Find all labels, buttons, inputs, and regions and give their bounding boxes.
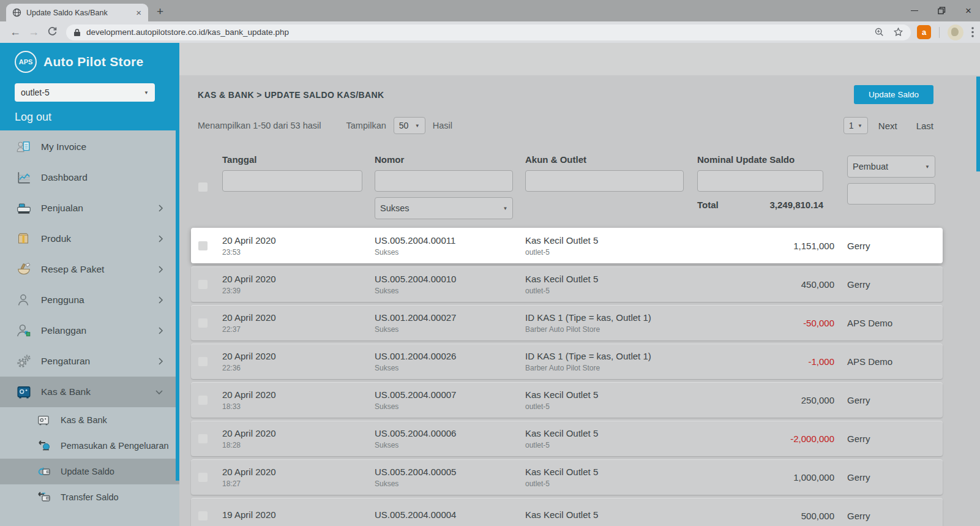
row-akun: Kas Kecil Outlet 5 (525, 509, 697, 520)
tab-close-icon[interactable]: × (134, 8, 143, 17)
row-checkbox[interactable] (198, 396, 208, 405)
minimize-button[interactable] (910, 7, 919, 15)
row-akun-cell: ID KAS 1 (Tipe = kas, Outlet 1) Barber A… (525, 305, 697, 340)
pembuat-filter-select[interactable]: Pembuat ▼ (847, 156, 935, 178)
profile-avatar[interactable] (948, 24, 963, 40)
forward-button[interactable]: → (24, 26, 43, 39)
customer-icon (16, 323, 34, 339)
total-value: 3,249,810.14 (769, 200, 823, 210)
logout-link[interactable]: Log out (15, 111, 165, 124)
menu-dots-icon[interactable] (971, 27, 974, 37)
table-row[interactable]: 20 April 2020 23:39 US.005.2004.00010 Su… (191, 266, 943, 302)
sidebar-header: APS Auto Pilot Store outlet-5 ▼ Log out (0, 43, 179, 130)
row-checkbox[interactable] (198, 357, 208, 366)
sidebar-item-my-invoice[interactable]: My Invoice (0, 132, 179, 162)
sidebar-subitem-label: Kas & Bank (61, 415, 107, 425)
bookmark-star-icon[interactable] (893, 27, 903, 37)
row-date: 20 April 2020 (222, 351, 375, 361)
row-nomor: US.005.2004.00004 (375, 509, 525, 520)
row-time: 23:53 (222, 248, 375, 257)
sidebar-subitem-kas-bank[interactable]: Kas & Bank (0, 407, 179, 433)
sidebar-item-produk[interactable]: Produk (0, 224, 179, 254)
table-row[interactable]: 20 April 2020 22:36 US.001.2004.00026 Su… (191, 344, 943, 379)
sidebar-item-resep-paket[interactable]: Resep & Paket (0, 254, 179, 285)
row-outlet: outlet-5 (525, 441, 697, 449)
sidebar-item-pengaturan[interactable]: Pengaturan (0, 346, 179, 377)
new-tab-button[interactable]: + (157, 5, 163, 18)
table-row[interactable]: 20 April 2020 18:28 US.005.2004.00006 Su… (191, 421, 943, 456)
row-pembuat-cell: APS Demo (834, 344, 943, 379)
chevron-down-icon (155, 389, 163, 395)
row-nomor: US.001.2004.00027 (375, 312, 525, 323)
sidebar-item-pelanggan[interactable]: Pelanggan (0, 315, 179, 346)
row-checkbox[interactable] (198, 241, 208, 250)
update-saldo-button[interactable]: Update Saldo (854, 85, 933, 104)
sidebar-subitem-pemasukan-pengeluaran[interactable]: Pemasukan & Pengeluaran (0, 433, 179, 459)
close-window-button[interactable]: × (964, 7, 973, 15)
table-row[interactable]: 20 April 2020 22:37 US.001.2004.00027 Su… (191, 305, 943, 340)
row-checkbox[interactable] (198, 318, 208, 328)
pembuat-filter-input[interactable] (847, 183, 935, 205)
sidebar-item-penjualan[interactable]: Penjualan (0, 193, 179, 224)
table-row[interactable]: 20 April 2020 23:53 US.005.2004.00011 Su… (191, 228, 943, 263)
sidebar-subitem-update-saldo[interactable]: Update Saldo (0, 459, 179, 484)
status-filter-value: Sukses (380, 203, 410, 213)
outlet-select[interactable]: outlet-5 ▼ (15, 83, 155, 102)
row-tanggal-cell: 20 April 2020 18:33 (222, 382, 375, 418)
table-row[interactable]: 20 April 2020 18:33 US.005.2004.00007 Su… (191, 382, 943, 418)
row-checkbox[interactable] (198, 511, 208, 520)
table-row[interactable]: 20 April 2020 18:27 US.005.2004.00005 Su… (191, 459, 943, 495)
row-nomor: US.001.2004.00026 (375, 351, 525, 361)
row-checkbox[interactable] (198, 434, 208, 443)
row-nominal: -1,000 (808, 356, 834, 367)
tanggal-filter-input[interactable] (222, 170, 362, 192)
row-checkbox[interactable] (198, 473, 208, 482)
last-page-link[interactable]: Last (916, 121, 933, 131)
row-akun: Kas Kecil Outlet 5 (525, 389, 697, 400)
sidebar-item-kas-bank[interactable]: Kas & Bank (0, 377, 179, 407)
safe-small-icon (37, 413, 53, 427)
lock-icon (73, 28, 81, 37)
content-panel: KAS & BANK > UPDATE SALDO KAS/BANK Updat… (179, 75, 980, 526)
reload-button[interactable] (43, 26, 61, 39)
row-checkbox-cell (191, 498, 222, 526)
row-checkbox[interactable] (198, 280, 208, 289)
nominal-filter-input[interactable] (697, 170, 823, 192)
row-pembuat-cell: Gerry (834, 498, 943, 526)
tanggal-header-label: Tanggal (222, 154, 375, 165)
nomor-filter-input[interactable] (375, 170, 513, 192)
row-nomor: US.005.2004.00006 (375, 428, 525, 438)
status-filter-select[interactable]: Sukses ▼ (375, 197, 513, 219)
row-tanggal-cell: 20 April 2020 23:39 (222, 266, 375, 302)
next-page-link[interactable]: Next (878, 121, 897, 131)
zoom-magnifier-icon[interactable] (874, 27, 885, 37)
window-controls: × (910, 0, 973, 21)
sidebar-item-label: Kas & Bank (41, 386, 91, 397)
page-number-select[interactable]: 1 ▼ (843, 117, 868, 134)
browser-tab[interactable]: Update Saldo Kas/Bank × (6, 4, 148, 21)
table-row[interactable]: 19 April 2020 US.005.2004.00004 Kas Keci… (191, 498, 943, 526)
row-akun-cell: Kas Kecil Outlet 5 outlet-5 (525, 421, 697, 456)
url-bar[interactable]: development.autopilotstore.co.id/kas_ban… (66, 24, 911, 40)
back-button[interactable]: ← (6, 26, 24, 39)
main-scrollbar[interactable] (976, 77, 980, 171)
sidebar-subitem-transfer-saldo[interactable]: Transfer Saldo (0, 484, 179, 510)
extension-icon[interactable]: a (917, 25, 931, 39)
page-size-select[interactable]: 50 ▼ (394, 117, 425, 134)
in-out-arrows-icon (37, 439, 53, 453)
sidebar-item-label: Penjualan (41, 203, 83, 214)
restore-button[interactable] (937, 7, 946, 15)
akun-filter-input[interactable] (525, 170, 684, 192)
dashboard-chart-icon (16, 170, 34, 186)
row-status: Sukses (375, 248, 525, 257)
row-date: 20 April 2020 (222, 467, 375, 477)
sidebar-item-dashboard[interactable]: Dashboard (0, 162, 179, 193)
row-nominal-cell: 1,000,000 (697, 459, 834, 495)
row-outlet: Barber Auto Pilot Store (525, 364, 697, 372)
sidebar-item-pengguna[interactable]: Pengguna (0, 285, 179, 315)
select-all-checkbox[interactable] (198, 182, 208, 192)
row-pembuat-cell: Gerry (834, 459, 943, 495)
row-nomor-cell: US.005.2004.00006 Sukses (375, 421, 525, 456)
row-pembuat-cell: Gerry (834, 266, 943, 302)
row-date: 20 April 2020 (222, 312, 375, 323)
